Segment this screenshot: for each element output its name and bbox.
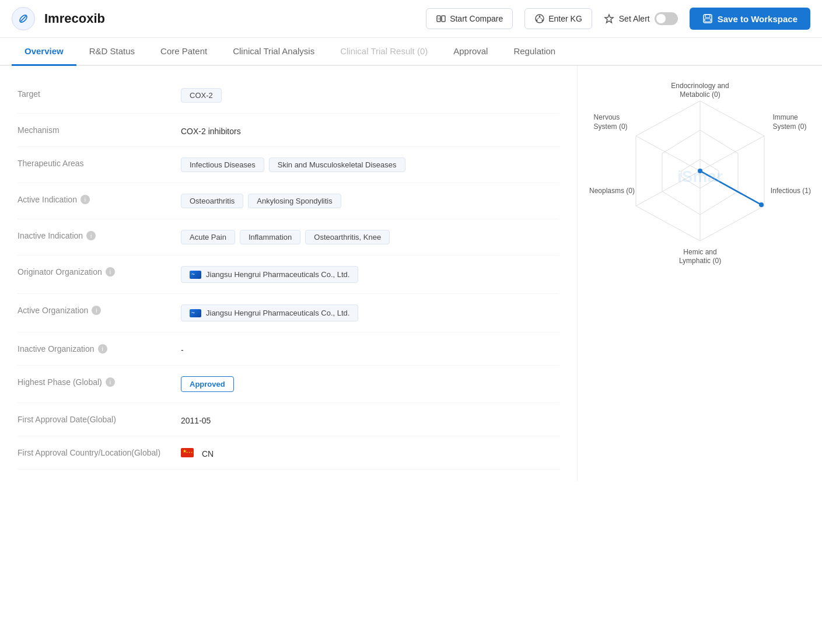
first-approval-country-label: First Approval Country/Location(Global) <box>18 447 181 457</box>
org-logo-icon <box>190 271 201 279</box>
drug-name: Imrecoxib <box>44 11 417 26</box>
mechanism-row: Mechanism COX-2 inhibitors <box>18 114 559 147</box>
radar-label-endocrinology: Endocrinology andMetabolic (0) <box>671 82 729 100</box>
svg-point-6 <box>539 16 541 18</box>
originator-org-value: Jiangsu Hengrui Pharmaceuticals Co., Ltd… <box>181 266 559 283</box>
country-code: CN <box>202 447 214 459</box>
svg-point-22 <box>759 202 764 207</box>
radar-label-nervous: NervousSystem (0) <box>594 113 628 131</box>
first-approval-date-value: 2011-05 <box>181 414 559 425</box>
enter-kg-label: Enter KG <box>548 14 582 23</box>
svg-line-9 <box>537 18 540 20</box>
radar-label-neoplasms: Neoplasms (0) <box>589 187 635 196</box>
active-org-row: Active Organization i Jiangsu Hengrui Ph… <box>18 294 559 332</box>
alert-icon <box>604 13 614 24</box>
highest-phase-tag: Approved <box>181 376 234 392</box>
approval-date-text: 2011-05 <box>181 414 211 425</box>
originator-org-row: Originator Organization i Jiangsu Hengru… <box>18 256 559 294</box>
inactive-org-row: Inactive Organization i - <box>18 332 559 366</box>
originator-org-tag[interactable]: Jiangsu Hengrui Pharmaceuticals Co., Ltd… <box>181 266 358 283</box>
svg-rect-13 <box>705 19 711 22</box>
compare-label: Start Compare <box>450 14 503 23</box>
active-indication-row: Active Indication i Osteoarthritis Ankyl… <box>18 183 559 219</box>
ai-tag-ankylosing: Ankylosing Spondylitis <box>248 194 341 208</box>
svg-point-7 <box>536 20 538 22</box>
ii-tag-acute-pain: Acute Pain <box>181 230 235 244</box>
save-label: Save to Workspace <box>718 14 797 24</box>
radar-label-infectious: Infectious (1) <box>771 187 811 196</box>
ii-tag-inflammation: Inflammation <box>240 230 300 244</box>
highest-phase-value: Approved <box>181 376 559 392</box>
china-flag-icon <box>181 448 194 457</box>
drug-logo-icon <box>12 7 35 30</box>
active-org-name: Jiangsu Hengrui Pharmaceuticals Co., Ltd… <box>206 309 349 317</box>
mechanism-label: Mechanism <box>18 124 181 135</box>
active-org-info-icon[interactable]: i <box>92 306 101 315</box>
header: Imrecoxib V5 Start Compare <box>0 0 822 38</box>
content-area: Target COX-2 Mechanism COX-2 inhibitors … <box>0 66 822 481</box>
therapeutic-areas-row: Therapeutic Areas Infectious Diseases Sk… <box>18 147 559 183</box>
svg-line-21 <box>700 171 761 205</box>
highest-phase-row: Highest Phase (Global) i Approved <box>18 366 559 403</box>
radar-chart: iSmar <box>589 78 811 276</box>
originator-org-info-icon[interactable]: i <box>106 267 115 276</box>
save-icon <box>702 13 713 24</box>
target-value: COX-2 <box>181 88 559 103</box>
first-approval-date-row: First Approval Date(Global) 2011-05 <box>18 403 559 436</box>
inactive-org-value: - <box>181 343 559 355</box>
mechanism-value: COX-2 inhibitors <box>181 124 559 136</box>
svg-text:V5: V5 <box>438 17 443 20</box>
mechanism-text: COX-2 inhibitors <box>181 124 241 136</box>
active-org-label: Active Organization i <box>18 304 181 315</box>
tab-rd-status[interactable]: R&D Status <box>76 38 148 66</box>
save-to-workspace-button[interactable]: Save to Workspace <box>690 8 810 30</box>
first-approval-date-label: First Approval Date(Global) <box>18 414 181 424</box>
inactive-org-text: - <box>181 343 184 355</box>
active-indication-label: Active Indication i <box>18 194 181 204</box>
main-info-panel: Target COX-2 Mechanism COX-2 inhibitors … <box>0 66 577 481</box>
start-compare-button[interactable]: V5 Start Compare <box>426 8 513 29</box>
active-indication-info-icon[interactable]: i <box>81 195 90 204</box>
alert-toggle[interactable] <box>655 12 678 25</box>
therapeutic-areas-value: Infectious Diseases Skin and Musculoskel… <box>181 158 559 172</box>
ii-tag-oa-knee: Osteoarthritis, Knee <box>305 230 390 244</box>
highest-phase-label: Highest Phase (Global) i <box>18 376 181 387</box>
radar-label-hemic: Hemic andLymphatic (0) <box>679 248 721 266</box>
inactive-org-info-icon[interactable]: i <box>98 344 107 354</box>
tab-approval[interactable]: Approval <box>440 38 501 66</box>
tab-core-patent[interactable]: Core Patent <box>148 38 220 66</box>
target-tag-cox2: COX-2 <box>181 88 222 103</box>
tab-clinical-trial-analysis[interactable]: Clinical Trial Analysis <box>220 38 327 66</box>
inactive-indication-value: Acute Pain Inflammation Osteoarthritis, … <box>181 230 559 244</box>
originator-org-label: Originator Organization i <box>18 266 181 276</box>
tab-overview[interactable]: Overview <box>12 38 76 66</box>
target-row: Target COX-2 <box>18 78 559 114</box>
ta-tag-skin: Skin and Musculoskeletal Diseases <box>269 158 405 172</box>
pill-icon <box>18 13 29 24</box>
svg-line-10 <box>540 18 543 20</box>
tab-regulation[interactable]: Regulation <box>501 38 568 66</box>
active-org-value: Jiangsu Hengrui Pharmaceuticals Co., Ltd… <box>181 304 559 321</box>
tab-clinical-trial-result: Clinical Trial Result (0) <box>327 38 440 66</box>
originator-org-name: Jiangsu Hengrui Pharmaceuticals Co., Ltd… <box>206 270 349 279</box>
svg-point-23 <box>698 169 702 173</box>
toggle-knob <box>656 14 666 23</box>
ta-tag-infectious: Infectious Diseases <box>181 158 264 172</box>
enter-kg-button[interactable]: Enter KG <box>524 8 592 29</box>
svg-rect-3 <box>442 16 445 22</box>
compare-icon: V5 <box>436 13 446 24</box>
inactive-indication-label: Inactive Indication i <box>18 230 181 240</box>
radar-svg <box>589 78 811 276</box>
target-label: Target <box>18 88 181 99</box>
active-org-tag[interactable]: Jiangsu Hengrui Pharmaceuticals Co., Ltd… <box>181 304 358 321</box>
active-indication-value: Osteoarthritis Ankylosing Spondylitis <box>181 194 559 208</box>
inactive-indication-row: Inactive Indication i Acute Pain Inflamm… <box>18 219 559 256</box>
inactive-org-label: Inactive Organization i <box>18 343 181 354</box>
inactive-indication-info-icon[interactable]: i <box>86 231 96 240</box>
set-alert-label: Set Alert <box>619 14 650 23</box>
therapeutic-areas-label: Therapeutic Areas <box>18 158 181 168</box>
highest-phase-info-icon[interactable]: i <box>106 377 115 387</box>
first-approval-country-row: First Approval Country/Location(Global) … <box>18 436 559 470</box>
tabs-bar: Overview R&D Status Core Patent Clinical… <box>0 38 822 66</box>
header-actions: V5 Start Compare Enter KG <box>426 8 810 30</box>
